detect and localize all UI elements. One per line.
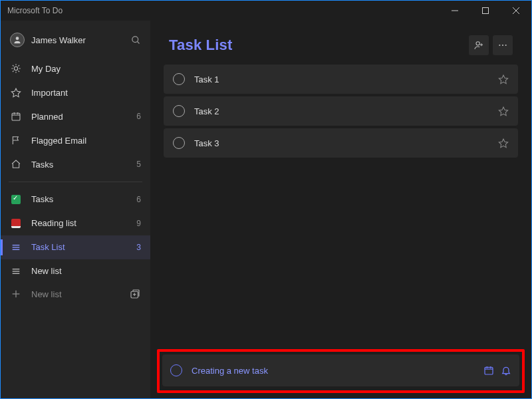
smart-lists: My Day Important Planned 6 Flagged Email <box>1 57 150 176</box>
person-icon <box>13 35 22 45</box>
due-date-button[interactable] <box>483 365 494 376</box>
list-color-icon <box>10 219 22 228</box>
svg-point-38 <box>505 45 507 46</box>
star-task-button[interactable] <box>498 138 509 148</box>
sidebar-item-label: New list <box>31 266 62 276</box>
sidebar-item-reading-list[interactable]: Reading list 9 <box>1 211 150 235</box>
sidebar-item-my-day[interactable]: My Day <box>1 57 150 80</box>
new-group-icon <box>129 288 141 300</box>
avatar <box>10 33 25 47</box>
sidebar-item-label: Flagged Email <box>31 136 86 146</box>
home-icon <box>10 159 22 170</box>
minimize-icon <box>452 7 458 14</box>
svg-line-6 <box>137 41 139 43</box>
list-header: Task List <box>150 21 531 65</box>
bell-icon <box>501 365 511 376</box>
sun-icon <box>10 63 22 74</box>
user-name: James Walker <box>31 35 86 45</box>
sidebar-item-count: 3 <box>136 243 141 252</box>
sidebar-item-flagged-email[interactable]: Flagged Email <box>1 128 150 152</box>
sidebar-item-tasks-custom[interactable]: Tasks 6 <box>1 188 150 211</box>
sidebar-item-new-list[interactable]: New list <box>1 259 150 283</box>
star-icon <box>498 138 509 148</box>
custom-lists: Tasks 6 Reading list 9 Task List 3 New l… <box>1 188 150 283</box>
svg-marker-41 <box>499 139 507 148</box>
task-row[interactable]: Task 2 <box>164 96 518 126</box>
list-options-button[interactable] <box>493 35 513 55</box>
sidebar-item-label: Tasks <box>31 194 53 204</box>
new-group-button[interactable] <box>129 288 141 300</box>
person-add-icon <box>473 40 484 51</box>
sidebar-item-count: 5 <box>136 160 141 169</box>
task-title: Task 2 <box>194 106 498 116</box>
account-row[interactable]: James Walker <box>1 26 150 57</box>
sidebar-item-task-list[interactable]: Task List 3 <box>1 235 150 259</box>
complete-checkbox[interactable] <box>173 73 185 85</box>
calendar-icon <box>483 365 494 376</box>
complete-checkbox[interactable] <box>173 105 185 117</box>
svg-point-7 <box>14 66 17 70</box>
svg-marker-16 <box>11 88 20 97</box>
share-list-button[interactable] <box>469 35 489 55</box>
svg-point-4 <box>16 37 19 40</box>
svg-rect-17 <box>12 113 20 120</box>
new-list-label: New list <box>31 289 62 299</box>
svg-marker-39 <box>499 75 507 84</box>
svg-line-14 <box>13 70 14 72</box>
plus-icon <box>10 289 22 299</box>
svg-line-15 <box>18 65 19 66</box>
sidebar-item-label: My Day <box>31 64 61 74</box>
sidebar-item-label: Reading list <box>31 218 76 228</box>
sidebar-item-important[interactable]: Important <box>1 80 150 104</box>
list-title[interactable]: Task List <box>169 37 233 54</box>
add-task-circle-icon <box>170 364 182 376</box>
add-task-bar[interactable] <box>162 354 519 386</box>
app-title: Microsoft To Do <box>7 6 63 15</box>
svg-point-5 <box>132 36 138 42</box>
list-icon <box>10 266 22 277</box>
sidebar-item-count: 6 <box>136 112 141 121</box>
flag-icon <box>10 135 22 146</box>
svg-marker-40 <box>499 107 507 116</box>
new-list-row[interactable]: New list <box>1 283 150 305</box>
window-maximize-button[interactable] <box>470 1 501 21</box>
sidebar-item-count: 9 <box>136 219 141 228</box>
sidebar-item-count: 6 <box>136 195 141 204</box>
svg-line-12 <box>13 65 14 66</box>
star-icon <box>498 106 509 116</box>
svg-rect-42 <box>485 367 493 374</box>
task-list: Task 1 Task 2 Task 3 <box>150 65 531 160</box>
sidebar-separator <box>9 182 142 182</box>
add-task-input[interactable] <box>192 366 477 376</box>
star-task-button[interactable] <box>498 106 509 116</box>
sidebar-item-planned[interactable]: Planned 6 <box>1 104 150 128</box>
sidebar-item-label: Tasks <box>31 160 53 170</box>
main-panel: Task List Task 1 Task 2 <box>150 21 531 398</box>
star-task-button[interactable] <box>498 74 509 84</box>
sidebar-item-label: Important <box>31 88 68 98</box>
title-bar: Microsoft To Do <box>1 1 531 21</box>
star-icon <box>10 87 22 98</box>
window-close-button[interactable] <box>501 1 531 21</box>
list-color-icon <box>10 195 22 204</box>
maximize-icon <box>482 7 489 14</box>
svg-point-37 <box>502 45 503 46</box>
svg-rect-1 <box>483 8 489 14</box>
reminder-button[interactable] <box>501 365 511 376</box>
star-icon <box>498 74 509 84</box>
more-icon <box>497 40 508 51</box>
complete-checkbox[interactable] <box>173 137 185 149</box>
window-minimize-button[interactable] <box>440 1 470 21</box>
svg-point-33 <box>476 42 479 45</box>
task-title: Task 1 <box>194 74 498 84</box>
task-title: Task 3 <box>194 138 498 148</box>
search-button[interactable] <box>131 35 141 45</box>
search-icon <box>131 35 141 45</box>
app-window: Microsoft To Do James Walker <box>0 0 532 399</box>
list-icon <box>10 242 22 253</box>
sidebar-item-tasks[interactable]: Tasks 5 <box>1 152 150 176</box>
task-row[interactable]: Task 3 <box>164 128 518 158</box>
sidebar-item-label: Task List <box>31 242 65 252</box>
task-row[interactable]: Task 1 <box>164 65 518 94</box>
svg-point-36 <box>499 45 500 46</box>
